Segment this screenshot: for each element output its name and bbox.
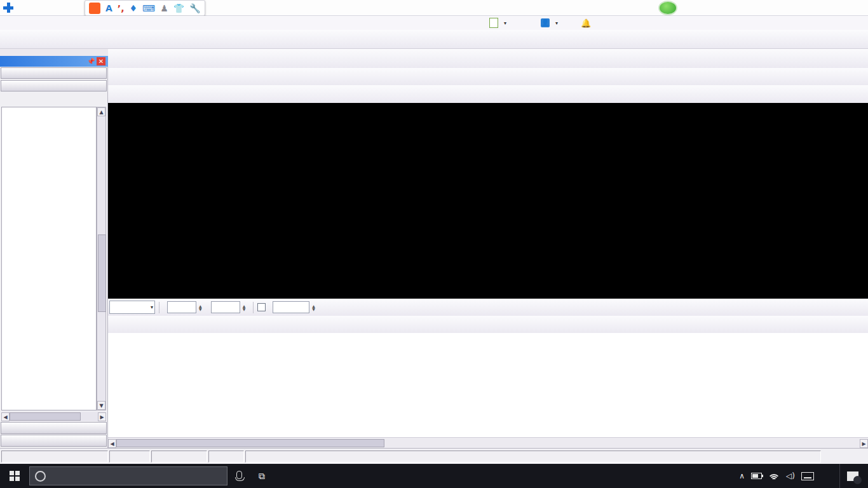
single-component-input-button[interactable]	[1, 422, 107, 434]
draw-input-button[interactable]	[1, 80, 107, 92]
project-settings-button[interactable]	[1, 67, 107, 79]
new-change-button[interactable]: ▾	[489, 17, 506, 30]
fps-label	[822, 451, 868, 463]
app-logo-icon	[3, 3, 13, 13]
dropdown-arrow-icon[interactable]: ▾	[150, 304, 153, 310]
table-horizontal-scrollbar[interactable]: ◀ ▶	[108, 437, 868, 449]
soft-keyboard-icon[interactable]: ⌨	[142, 4, 155, 13]
scroll-left-icon[interactable]: ◀	[1, 412, 10, 421]
rebar-table	[108, 333, 868, 437]
speed-ball-badge[interactable]	[658, 1, 677, 15]
rotate-checkbox[interactable]	[257, 303, 266, 311]
edit-toolbar	[108, 49, 868, 69]
tray-chevron-icon[interactable]: ∧	[739, 471, 745, 480]
maximize-button[interactable]	[822, 0, 844, 15]
dictation-mic-icon[interactable]	[227, 471, 250, 481]
cursor-coordinates	[1, 451, 108, 463]
component-tree	[1, 107, 97, 410]
cortana-icon	[35, 471, 46, 482]
scroll-down-icon[interactable]: ▼	[97, 401, 105, 410]
status-bar	[0, 448, 868, 464]
windows-logo-icon	[10, 471, 20, 481]
skin-icon[interactable]: 👕	[173, 4, 184, 13]
task-view-icon[interactable]: ⧉	[250, 471, 273, 482]
scrollbar-thumb[interactable]	[98, 234, 106, 312]
wifi-icon[interactable]	[768, 472, 780, 480]
spinner-icon[interactable]: ▲▼	[241, 304, 246, 311]
dropdown-arrow-icon[interactable]: ▾	[503, 17, 506, 30]
scroll-right-icon[interactable]: ▶	[860, 439, 868, 448]
report-preview-button[interactable]	[1, 435, 107, 447]
viewport-canvas[interactable]	[108, 103, 868, 299]
person-icon[interactable]: ♟	[160, 4, 168, 13]
bottom-elevation-label	[151, 451, 207, 463]
battery-icon[interactable]	[751, 473, 762, 479]
offset-mode-select[interactable]: ▾	[109, 301, 155, 314]
volume-icon[interactable]: ◁)	[786, 471, 795, 480]
separator	[159, 302, 159, 313]
draw-toolbar	[108, 85, 868, 104]
x-input[interactable]	[167, 301, 196, 313]
scrollbar-thumb[interactable]	[10, 412, 81, 421]
standard-toolbar	[0, 30, 868, 49]
dropdown-arrow-icon[interactable]: ▾	[555, 17, 558, 30]
sogou-logo-icon[interactable]	[89, 3, 100, 14]
taskbar-search[interactable]	[29, 466, 227, 485]
search-input[interactable]	[51, 471, 212, 481]
action-center-icon[interactable]	[839, 464, 865, 488]
sidebar-title-bar: 📌 ✕	[0, 56, 108, 67]
scrollbar-thumb[interactable]	[116, 439, 384, 447]
windows-taskbar: ⧉ ∧ ◁)	[0, 464, 868, 488]
rebar-editor-toolbar	[108, 316, 868, 334]
module-navigation-panel: 📌 ✕ ▲ ▼ ◀ ▶	[0, 56, 108, 448]
ime-punctuation-icon[interactable]: ’,	[118, 4, 125, 13]
tree-horizontal-scrollbar[interactable]: ◀ ▶	[1, 412, 106, 421]
sogou-ime-toolbar[interactable]: A ’, ♦ ⌨ ♟ 👕 🔧	[85, 0, 205, 16]
floor-height-label	[109, 451, 150, 463]
scroll-right-icon[interactable]: ▶	[98, 412, 106, 421]
y-input[interactable]	[211, 301, 240, 313]
new-change-icon	[489, 18, 498, 28]
separator	[253, 302, 254, 313]
system-tray: ∧ ◁)	[739, 464, 868, 488]
close-button[interactable]	[845, 0, 867, 15]
start-button[interactable]	[0, 464, 29, 488]
status-message	[245, 451, 821, 463]
touch-keyboard-icon[interactable]	[801, 472, 814, 480]
viewport-3d[interactable]	[108, 103, 868, 299]
pin-icon[interactable]: 📌	[87, 58, 95, 65]
toolbox-wrench-icon[interactable]: 🔧	[189, 4, 200, 13]
menu-bar: ▾ 👤▾ 🔔	[0, 16, 868, 30]
snap-toolbar: ▾ ▲▼ ▲▼ ▲▼	[108, 299, 868, 316]
title-bar: A ’, ♦ ⌨ ♟ 👕 🔧	[0, 0, 868, 16]
rotate-input[interactable]	[273, 301, 309, 313]
spinner-icon[interactable]: ▲▼	[198, 304, 202, 311]
sidebar-close-icon[interactable]: ✕	[97, 57, 105, 65]
component-toolbar	[108, 68, 868, 86]
scroll-left-icon[interactable]: ◀	[108, 439, 116, 448]
scroll-up-icon[interactable]: ▲	[97, 107, 105, 116]
microphone-icon[interactable]: ♦	[129, 4, 137, 13]
ime-font-icon[interactable]: A	[105, 4, 112, 13]
notification-count-badge	[853, 476, 862, 484]
account-menu[interactable]: 👤▾	[541, 17, 558, 30]
notification-bell-icon[interactable]: 🔔	[581, 17, 591, 30]
minimize-button[interactable]	[799, 0, 821, 15]
tree-vertical-scrollbar[interactable]: ▲ ▼	[97, 107, 106, 410]
spinner-icon[interactable]: ▲▼	[311, 304, 315, 311]
account-icon: 👤	[541, 18, 550, 27]
floor-number-label	[208, 451, 244, 463]
